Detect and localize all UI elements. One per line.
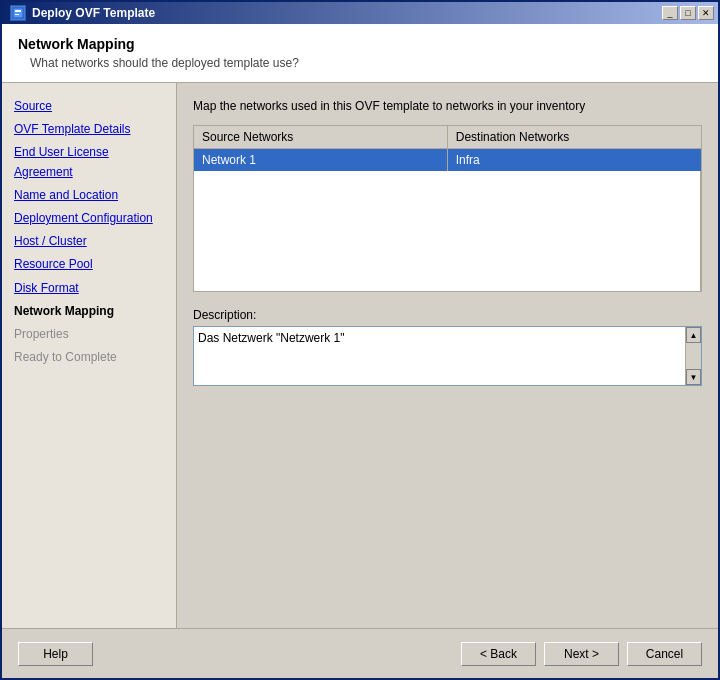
help-button[interactable]: Help [18, 642, 93, 666]
col-destination: Destination Networks [447, 126, 700, 149]
sidebar-item-resource-pool[interactable]: Resource Pool [10, 253, 168, 276]
svg-rect-0 [13, 8, 23, 18]
description-scrollbar[interactable]: ▲ ▼ [685, 327, 701, 385]
next-button[interactable]: Next > [544, 642, 619, 666]
back-button[interactable]: < Back [461, 642, 536, 666]
description-text: Das Netzwerk "Netzwerk 1" [198, 331, 345, 345]
footer: Help < Back Next > Cancel [2, 628, 718, 678]
content-description: Map the networks used in this OVF templa… [193, 99, 702, 113]
table-row[interactable]: Network 1 Infra [194, 149, 701, 172]
source-network-cell: Network 1 [194, 149, 447, 172]
main-area: SourceOVF Template DetailsEnd User Licen… [2, 83, 718, 628]
maximize-button[interactable]: □ [680, 6, 696, 20]
sidebar-item-host-cluster[interactable]: Host / Cluster [10, 230, 168, 253]
col-source: Source Networks [194, 126, 447, 149]
sidebar-item-name-location[interactable]: Name and Location [10, 184, 168, 207]
title-bar: Deploy OVF Template _ □ ✕ [2, 2, 718, 24]
description-wrapper: Das Netzwerk "Netzwerk 1" ▲ ▼ [193, 326, 702, 386]
main-window: Deploy OVF Template _ □ ✕ Network Mappin… [0, 0, 720, 680]
sidebar-item-ovf-template-details[interactable]: OVF Template Details [10, 118, 168, 141]
sidebar-item-ready-complete: Ready to Complete [10, 346, 168, 369]
scroll-down-arrow[interactable]: ▼ [686, 369, 701, 385]
scroll-track [686, 343, 701, 369]
scroll-up-arrow[interactable]: ▲ [686, 327, 701, 343]
page-title: Network Mapping [18, 36, 702, 52]
window-title: Deploy OVF Template [32, 6, 155, 20]
svg-rect-1 [15, 10, 21, 12]
sidebar: SourceOVF Template DetailsEnd User Licen… [2, 83, 177, 628]
network-table-container: Source Networks Destination Networks Net… [193, 125, 702, 292]
table-body: Network 1 Infra [194, 149, 701, 292]
window-controls: _ □ ✕ [662, 6, 714, 20]
footer-right: < Back Next > Cancel [461, 642, 702, 666]
page-subtitle: What networks should the deployed templa… [18, 56, 702, 70]
table-header-row: Source Networks Destination Networks [194, 126, 701, 149]
sidebar-item-deployment-config[interactable]: Deployment Configuration [10, 207, 168, 230]
description-label: Description: [193, 308, 702, 322]
close-button[interactable]: ✕ [698, 6, 714, 20]
header: Network Mapping What networks should the… [2, 24, 718, 83]
sidebar-item-source[interactable]: Source [10, 95, 168, 118]
sidebar-item-eula[interactable]: End User License Agreement [10, 141, 168, 183]
sidebar-item-properties: Properties [10, 323, 168, 346]
content-area: Map the networks used in this OVF templa… [177, 83, 718, 628]
sidebar-item-disk-format[interactable]: Disk Format [10, 277, 168, 300]
minimize-button[interactable]: _ [662, 6, 678, 20]
sidebar-item-network-mapping[interactable]: Network Mapping [10, 300, 168, 323]
table-spacer-row [194, 171, 701, 291]
cancel-button[interactable]: Cancel [627, 642, 702, 666]
destination-network-cell: Infra [447, 149, 700, 172]
svg-rect-2 [15, 14, 19, 15]
window-icon [10, 5, 26, 21]
network-table: Source Networks Destination Networks Net… [194, 126, 701, 291]
